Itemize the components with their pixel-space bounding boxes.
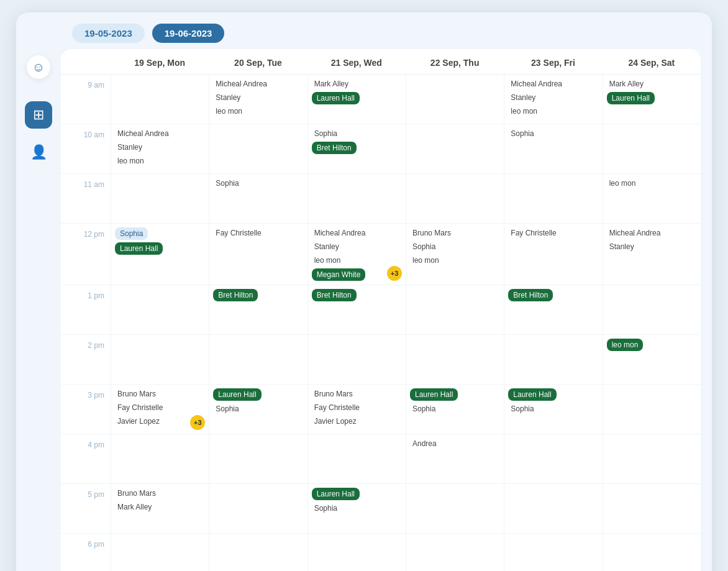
event-chip[interactable]: Sophia — [508, 403, 598, 414]
event-chip[interactable]: Micheal Andrea — [213, 78, 303, 89]
cal-cell: Lauren HallSophia — [307, 484, 406, 533]
cal-cell — [504, 534, 602, 571]
cal-cell — [209, 484, 307, 533]
cal-cell: Lauren HallSophia — [209, 385, 307, 434]
cal-cell: Micheal AndreaStanleyleo monMegan White+… — [307, 224, 406, 285]
event-chip[interactable]: Micheal Andrea — [607, 227, 697, 239]
cal-cell: Micheal AndreaStanley — [603, 224, 701, 285]
cal-cell — [209, 534, 307, 571]
cal-cell: Mark AlleyLauren Hall — [603, 75, 701, 124]
cal-cell: Mark AlleyLauren Hall — [307, 75, 406, 124]
time-row: 6 pm — [61, 534, 701, 571]
event-chip[interactable]: Sophia — [312, 128, 402, 139]
header-col-0: 19 Sep, Mon — [111, 49, 209, 74]
event-chip[interactable]: Megan White — [312, 268, 366, 281]
cal-cell — [111, 335, 209, 384]
event-chip[interactable]: Stanley — [115, 142, 205, 153]
cal-cell — [406, 75, 504, 124]
event-chip[interactable]: Bruno Mars — [115, 488, 205, 499]
cal-cell — [111, 534, 209, 571]
cal-cell: Bret Hilton — [504, 285, 602, 334]
cal-cell — [209, 434, 307, 483]
event-chip[interactable]: Lauren Hall — [410, 388, 458, 401]
event-chip[interactable]: Stanley — [607, 241, 697, 252]
more-badge[interactable]: +3 — [190, 415, 205, 430]
event-chip[interactable]: Sophia — [508, 128, 598, 139]
event-chip[interactable]: Andrea — [410, 438, 500, 449]
event-chip[interactable]: Sophia — [410, 403, 500, 414]
event-chip[interactable]: leo mon — [410, 255, 500, 266]
calendar-body: 9 amMicheal AndreaStanleyleo monMark All… — [61, 75, 701, 571]
time-label: 2 pm — [61, 335, 111, 384]
event-chip[interactable]: Sophia — [115, 227, 148, 240]
event-chip[interactable]: Mark Alley — [607, 78, 697, 89]
top-bar: 19-05-2023 19-06-2023 — [16, 12, 712, 49]
cal-cell: Bret Hilton — [307, 285, 406, 334]
event-chip[interactable]: leo mon — [312, 255, 402, 266]
event-chip[interactable]: Micheal Andrea — [115, 128, 205, 139]
event-chip[interactable]: Stanley — [213, 92, 303, 103]
event-chip[interactable]: Lauren Hall — [312, 488, 360, 500]
event-chip[interactable]: Bruno Mars — [115, 388, 205, 400]
cal-cell — [406, 534, 504, 571]
logo: ☺ — [27, 55, 50, 79]
cal-cell — [307, 174, 406, 223]
event-chip[interactable]: Bret Hilton — [312, 142, 357, 154]
time-row: 4 pmAndrea — [61, 434, 701, 484]
more-badge[interactable]: +3 — [387, 266, 402, 281]
event-chip[interactable]: leo mon — [213, 106, 303, 117]
event-chip[interactable]: Mark Alley — [115, 501, 205, 513]
sidebar-user-icon[interactable]: 👤 — [25, 139, 52, 166]
event-chip[interactable]: Fay Christelle — [312, 402, 402, 413]
cal-cell: Bruno MarsMark Alley — [111, 484, 209, 533]
cal-cell — [111, 174, 209, 223]
event-chip[interactable]: Fay Christelle — [213, 227, 303, 239]
event-chip[interactable]: Lauren Hall — [213, 388, 261, 401]
time-label: 9 am — [61, 75, 111, 124]
event-chip[interactable]: Lauren Hall — [508, 388, 556, 401]
cal-cell — [504, 335, 602, 384]
cal-cell: Sophia — [209, 174, 307, 223]
date-badge-2[interactable]: 19-06-2023 — [152, 24, 225, 43]
time-row: 12 pmSophiaLauren HallFay ChristelleMich… — [61, 224, 701, 285]
event-chip[interactable]: Javier Lopez — [312, 416, 402, 427]
event-chip[interactable]: Bret Hilton — [213, 289, 258, 301]
cal-cell: leo mon — [603, 335, 701, 384]
event-chip[interactable]: Micheal Andrea — [508, 78, 598, 89]
event-chip[interactable]: leo mon — [115, 155, 205, 167]
cal-cell — [406, 285, 504, 334]
time-label: 10 am — [61, 124, 111, 173]
date-badge-1[interactable]: 19-05-2023 — [72, 24, 145, 43]
event-chip[interactable]: leo mon — [607, 339, 644, 351]
event-chip[interactable]: Micheal Andrea — [312, 227, 402, 239]
event-chip[interactable]: Lauren Hall — [607, 92, 655, 104]
event-chip[interactable]: leo mon — [508, 106, 598, 117]
event-chip[interactable]: leo mon — [607, 178, 697, 189]
cal-cell — [603, 385, 701, 434]
cal-cell: Micheal AndreaStanleyleo mon — [209, 75, 307, 124]
time-label: 1 pm — [61, 285, 111, 334]
event-chip[interactable]: Mark Alley — [312, 78, 402, 89]
cal-cell — [209, 335, 307, 384]
event-chip[interactable]: Lauren Hall — [115, 242, 163, 255]
time-label: 5 pm — [61, 484, 111, 533]
header-col-2: 21 Sep, Wed — [307, 49, 406, 74]
cal-cell: Bruno MarsFay ChristelleJavier Lopez+3 — [111, 385, 209, 434]
event-chip[interactable]: Sophia — [410, 241, 500, 252]
event-chip[interactable]: Bruno Mars — [410, 227, 500, 239]
sidebar-calendar-icon[interactable]: ⊞ — [25, 101, 52, 129]
calendar: 19 Sep, Mon 20 Sep, Tue 21 Sep, Wed 22 S… — [61, 49, 701, 571]
event-chip[interactable]: Fay Christelle — [115, 402, 205, 413]
event-chip[interactable]: Sophia — [312, 503, 402, 514]
event-chip[interactable]: Bret Hilton — [312, 289, 357, 301]
event-chip[interactable]: Fay Christelle — [508, 227, 598, 239]
event-chip[interactable]: Stanley — [312, 241, 402, 252]
event-chip[interactable]: Bret Hilton — [508, 289, 553, 301]
event-chip[interactable]: Sophia — [213, 403, 303, 414]
event-chip[interactable]: Stanley — [508, 92, 598, 103]
time-row: 1 pmBret HiltonBret HiltonBret Hilton — [61, 285, 701, 335]
event-chip[interactable]: Sophia — [213, 178, 303, 189]
cal-cell: Andrea — [406, 434, 504, 483]
event-chip[interactable]: Bruno Mars — [312, 388, 402, 400]
event-chip[interactable]: Lauren Hall — [312, 92, 360, 104]
